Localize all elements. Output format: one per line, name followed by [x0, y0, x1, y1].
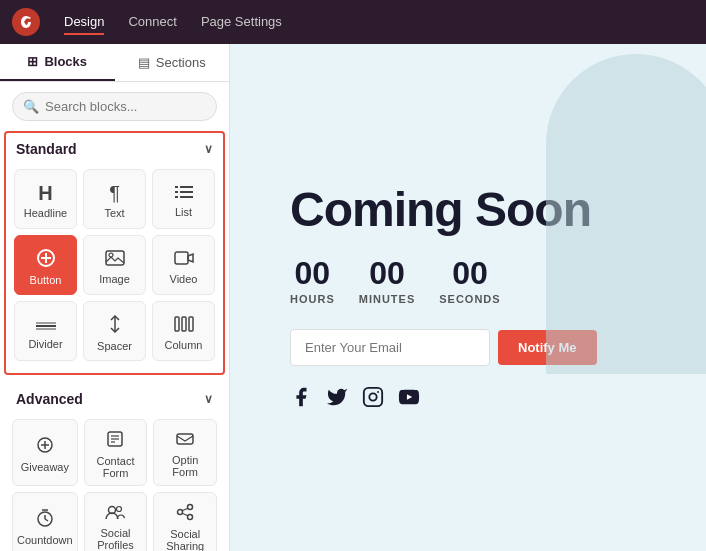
- headline-icon: H: [38, 183, 52, 203]
- sections-tab-icon: ▤: [138, 55, 150, 70]
- email-input[interactable]: [290, 329, 490, 366]
- video-label: Video: [170, 273, 198, 285]
- sidebar-tabs: ⊞ Blocks ▤ Sections: [0, 44, 229, 82]
- block-contact-form[interactable]: Contact Form: [84, 419, 148, 486]
- countdown-hours: 00 HOURS: [290, 257, 335, 305]
- seconds-value: 00: [452, 257, 488, 289]
- block-column[interactable]: Column: [152, 301, 215, 361]
- block-image[interactable]: Image: [83, 235, 146, 295]
- svg-rect-16: [175, 317, 179, 331]
- tab-blocks[interactable]: ⊞ Blocks: [0, 44, 115, 81]
- contact-form-icon: [106, 430, 124, 451]
- spacer-icon: [107, 315, 123, 336]
- headline-label: Headline: [24, 207, 67, 219]
- optin-form-icon: [176, 431, 194, 450]
- seconds-label: SECONDS: [439, 293, 500, 305]
- text-icon: ¶: [109, 183, 120, 203]
- nav-tab-design[interactable]: Design: [64, 10, 104, 35]
- button-icon: [37, 249, 55, 270]
- countdown-seconds: 00 SECONDS: [439, 257, 500, 305]
- svg-point-31: [188, 505, 193, 510]
- svg-rect-5: [175, 196, 178, 198]
- app-logo: [12, 8, 40, 36]
- svg-point-37: [369, 393, 376, 400]
- search-wrap: 🔍: [0, 82, 229, 131]
- search-input-wrap: 🔍: [12, 92, 217, 121]
- block-divider[interactable]: Divider: [14, 301, 77, 361]
- svg-rect-9: [106, 251, 124, 265]
- advanced-section-header[interactable]: Advanced ∨: [4, 383, 225, 415]
- minutes-label: MINUTES: [359, 293, 416, 305]
- svg-point-30: [117, 507, 122, 512]
- svg-point-38: [377, 391, 379, 393]
- block-button[interactable]: Button: [14, 235, 77, 295]
- social-profiles-icon: [105, 504, 125, 523]
- search-input[interactable]: [45, 99, 206, 114]
- youtube-icon[interactable]: [398, 386, 420, 413]
- sections-tab-label: Sections: [156, 55, 206, 70]
- canvas: Coming Soon 00 HOURS 00 MINUTES 00 SECON…: [230, 44, 706, 551]
- image-icon: [105, 250, 125, 269]
- svg-line-34: [182, 508, 188, 511]
- button-label: Button: [30, 274, 62, 286]
- blocks-tab-icon: ⊞: [27, 54, 38, 69]
- block-giveaway[interactable]: Giveaway: [12, 419, 78, 486]
- svg-rect-24: [177, 434, 193, 444]
- contact-form-label: Contact Form: [89, 455, 143, 479]
- svg-point-32: [188, 515, 193, 520]
- standard-section: Standard ∨ H Headline ¶ Text: [4, 131, 225, 375]
- block-text[interactable]: ¶ Text: [83, 169, 146, 229]
- spacer-label: Spacer: [97, 340, 132, 352]
- svg-rect-36: [364, 388, 382, 406]
- svg-line-35: [182, 513, 188, 516]
- text-label: Text: [104, 207, 124, 219]
- instagram-icon[interactable]: [362, 386, 384, 413]
- countdown-label: Countdown: [17, 534, 73, 546]
- advanced-section-label: Advanced: [16, 391, 83, 407]
- tab-sections[interactable]: ▤ Sections: [115, 44, 230, 81]
- decorative-shape: [546, 54, 706, 374]
- block-social-profiles[interactable]: Social Profiles: [84, 492, 148, 551]
- block-social-sharing[interactable]: Social Sharing: [153, 492, 217, 551]
- main-layout: ⊞ Blocks ▤ Sections 🔍 Standard ∨ H: [0, 44, 706, 551]
- standard-chevron-icon: ∨: [204, 142, 213, 156]
- list-icon: [175, 184, 193, 202]
- block-spacer[interactable]: Spacer: [83, 301, 146, 361]
- svg-rect-11: [175, 252, 188, 264]
- countdown-icon: [36, 509, 54, 530]
- giveaway-label: Giveaway: [21, 461, 69, 473]
- hours-label: HOURS: [290, 293, 335, 305]
- nav-tab-connect[interactable]: Connect: [128, 10, 176, 35]
- block-countdown[interactable]: Countdown: [12, 492, 78, 551]
- block-video[interactable]: Video: [152, 235, 215, 295]
- facebook-icon[interactable]: [290, 386, 312, 413]
- column-icon: [174, 316, 194, 335]
- search-icon: 🔍: [23, 99, 39, 114]
- social-sharing-label: Social Sharing: [158, 528, 212, 551]
- social-profiles-label: Social Profiles: [89, 527, 143, 551]
- minutes-value: 00: [369, 257, 405, 289]
- standard-section-label: Standard: [16, 141, 77, 157]
- divider-icon: [36, 316, 56, 334]
- social-icons-row: [290, 386, 420, 413]
- top-nav: Design Connect Page Settings: [0, 0, 706, 44]
- svg-line-27: [45, 519, 48, 521]
- countdown-minutes: 00 MINUTES: [359, 257, 416, 305]
- sidebar: ⊞ Blocks ▤ Sections 🔍 Standard ∨ H: [0, 44, 230, 551]
- svg-rect-18: [189, 317, 193, 331]
- blocks-tab-label: Blocks: [44, 54, 87, 69]
- svg-point-33: [178, 510, 183, 515]
- advanced-blocks-grid: Giveaway Contact Form: [4, 415, 225, 551]
- countdown-row: 00 HOURS 00 MINUTES 00 SECONDS: [290, 257, 501, 305]
- standard-section-header[interactable]: Standard ∨: [6, 133, 223, 165]
- block-headline[interactable]: H Headline: [14, 169, 77, 229]
- svg-rect-4: [175, 191, 178, 193]
- advanced-chevron-icon: ∨: [204, 392, 213, 406]
- block-optin-form[interactable]: Optin Form: [153, 419, 217, 486]
- optin-form-label: Optin Form: [158, 454, 212, 478]
- column-label: Column: [165, 339, 203, 351]
- nav-tab-page-settings[interactable]: Page Settings: [201, 10, 282, 35]
- svg-rect-17: [182, 317, 186, 331]
- twitter-icon[interactable]: [326, 386, 348, 413]
- block-list[interactable]: List: [152, 169, 215, 229]
